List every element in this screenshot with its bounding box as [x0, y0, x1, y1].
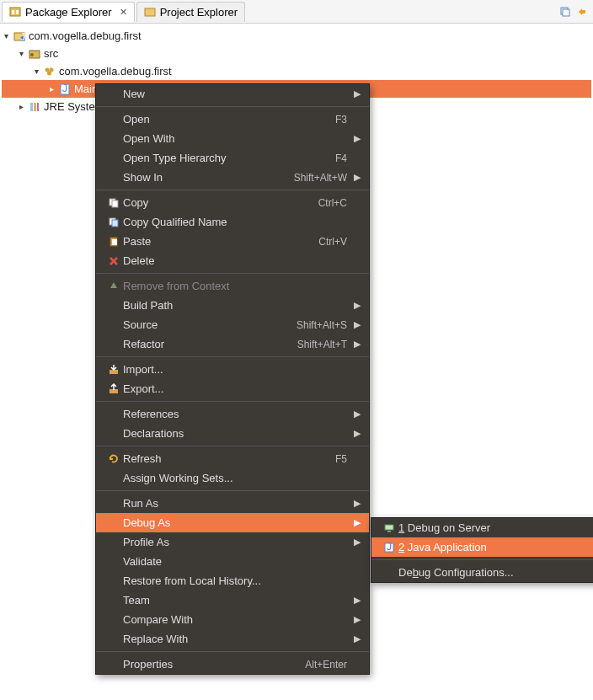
- svg-rect-2: [16, 10, 19, 14]
- menu-team[interactable]: Team▶: [96, 590, 369, 610]
- menu-validate[interactable]: Validate: [96, 552, 369, 571]
- menu-separator: [96, 401, 369, 402]
- submenu-debug-on-server[interactable]: 1 Debug on Server: [371, 518, 593, 537]
- menu-export[interactable]: Export...: [96, 379, 369, 398]
- expand-arrow-icon[interactable]: ▾: [32, 67, 40, 76]
- close-icon[interactable]: ✕: [116, 7, 127, 18]
- tree-label: com.vogella.debug.first: [29, 29, 142, 42]
- link-editor-icon[interactable]: [576, 6, 588, 18]
- menu-run-as[interactable]: Run As▶: [96, 494, 369, 513]
- view-tabbar: Package Explorer ✕ Project Explorer: [0, 0, 593, 24]
- tree-label: JRE Syste: [44, 100, 95, 113]
- svg-rect-1: [12, 10, 14, 14]
- expand-arrow-icon[interactable]: ▾: [2, 31, 10, 40]
- server-debug-icon: [383, 522, 395, 534]
- svg-rect-27: [385, 525, 393, 530]
- java-app-icon: J: [383, 542, 395, 553]
- menu-separator: [96, 446, 369, 446]
- menu-import[interactable]: Import...: [96, 360, 369, 379]
- import-icon: [108, 364, 120, 376]
- svg-rect-0: [10, 8, 20, 16]
- expand-arrow-icon[interactable]: ▸: [47, 84, 56, 94]
- svg-rect-24: [112, 239, 117, 245]
- menu-refresh[interactable]: RefreshF5: [96, 449, 369, 468]
- menu-build-path[interactable]: Build Path▶: [96, 296, 369, 315]
- menu-remove-from-context: Remove from Context: [96, 276, 369, 296]
- submenu-debug-configurations[interactable]: Debug Configurations...: [371, 563, 593, 582]
- menu-source[interactable]: SourceShift+Alt+S▶: [96, 315, 369, 334]
- menu-separator: [96, 356, 369, 357]
- svg-rect-3: [145, 8, 155, 16]
- svg-point-10: [30, 53, 34, 56]
- expand-arrow-icon[interactable]: ▸: [17, 102, 25, 111]
- svg-text:J: J: [62, 83, 68, 94]
- remove-context-icon: [108, 281, 120, 292]
- project-explorer-icon: [144, 6, 156, 18]
- menu-references[interactable]: References▶: [96, 404, 369, 424]
- svg-rect-18: [37, 103, 39, 111]
- refresh-icon: [108, 453, 120, 465]
- tab-project-explorer[interactable]: Project Explorer: [136, 2, 245, 22]
- svg-rect-5: [563, 9, 569, 16]
- source-folder-icon: [29, 48, 40, 60]
- copy-icon: [108, 197, 120, 209]
- menu-separator: [96, 106, 369, 107]
- svg-point-13: [47, 71, 51, 75]
- menu-compare-with[interactable]: Compare With▶: [96, 610, 369, 629]
- delete-icon: [108, 255, 120, 267]
- svg-text:J: J: [20, 30, 25, 42]
- context-menu: New▶ OpenF3 Open With▶ Open Type Hierarc…: [95, 83, 370, 675]
- menu-properties[interactable]: PropertiesAlt+Enter: [96, 655, 369, 674]
- svg-rect-20: [112, 200, 118, 207]
- menu-open-with[interactable]: Open With▶: [96, 129, 369, 148]
- tree-label: src: [44, 47, 58, 60]
- tree-src-folder[interactable]: ▾ src: [2, 45, 591, 62]
- package-explorer-icon: [9, 6, 21, 18]
- tree-project[interactable]: ▾ J com.vogella.debug.first: [2, 27, 591, 45]
- menu-separator: [96, 490, 369, 491]
- svg-text:J: J: [387, 542, 393, 553]
- menu-paste[interactable]: PasteCtrl+V: [96, 232, 369, 251]
- menu-delete[interactable]: Delete: [96, 251, 369, 270]
- menu-separator: [371, 559, 593, 560]
- menu-declarations[interactable]: Declarations▶: [96, 424, 369, 443]
- menu-open[interactable]: OpenF3: [96, 110, 369, 129]
- tree-label: com.vogella.debug.first: [59, 65, 172, 77]
- menu-replace-with[interactable]: Replace With▶: [96, 629, 369, 649]
- menu-open-type-hierarchy[interactable]: Open Type HierarchyF4: [96, 148, 369, 168]
- menu-separator: [96, 651, 369, 652]
- menu-profile-as[interactable]: Profile As▶: [96, 532, 369, 552]
- svg-rect-28: [387, 531, 391, 532]
- submenu-label: 2 Java Application: [398, 541, 593, 553]
- menu-debug-as[interactable]: Debug As▶: [96, 513, 369, 532]
- menu-refactor[interactable]: RefactorShift+Alt+T▶: [96, 334, 369, 354]
- menu-separator: [96, 190, 369, 190]
- export-icon: [108, 383, 120, 395]
- menu-assign-working-sets[interactable]: Assign Working Sets...: [96, 468, 369, 488]
- submenu-label: Debug Configurations...: [398, 566, 593, 579]
- svg-rect-16: [30, 103, 33, 111]
- svg-rect-22: [112, 220, 118, 227]
- menu-copy[interactable]: CopyCtrl+C: [96, 193, 369, 212]
- tab-package-explorer[interactable]: Package Explorer ✕: [2, 2, 135, 22]
- tree-package[interactable]: ▾ com.vogella.debug.first: [2, 62, 591, 80]
- collapse-all-icon[interactable]: [559, 6, 571, 18]
- tab-label: Project Explorer: [160, 6, 238, 19]
- expand-arrow-icon[interactable]: ▾: [17, 49, 25, 58]
- tab-label: Package Explorer: [25, 6, 112, 19]
- paste-icon: [108, 236, 120, 248]
- menu-separator: [96, 273, 369, 274]
- menu-show-in[interactable]: Show InShift+Alt+W▶: [96, 168, 369, 187]
- package-icon: [44, 66, 56, 77]
- submenu-label: 1 Debug on Server: [398, 521, 593, 534]
- menu-new[interactable]: New▶: [96, 84, 369, 104]
- debug-as-submenu: 1 Debug on Server J 2 Java Application D…: [371, 517, 593, 583]
- menu-copy-qualified-name[interactable]: Copy Qualified Name: [96, 212, 369, 232]
- java-file-icon: J: [59, 83, 71, 95]
- svg-rect-17: [34, 103, 36, 111]
- submenu-java-application[interactable]: J 2 Java Application: [371, 537, 593, 557]
- java-project-icon: J: [13, 30, 25, 42]
- menu-restore-local-history[interactable]: Restore from Local History...: [96, 571, 369, 590]
- library-icon: [29, 101, 40, 113]
- copy-qualified-icon: [108, 216, 120, 228]
